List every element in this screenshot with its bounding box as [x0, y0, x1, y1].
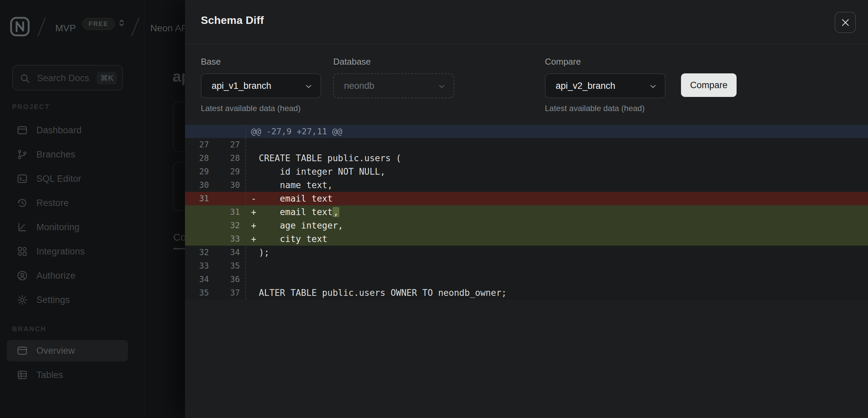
- diff-hunk-header: @@ -27,9 +27,11 @@: [185, 125, 868, 138]
- old-line-number: 35: [185, 286, 209, 300]
- base-branch-value: api_v1_branch: [212, 81, 271, 91]
- compare-button[interactable]: Compare: [681, 73, 737, 97]
- diff-marker: -: [251, 192, 256, 205]
- diff-marker: +: [251, 232, 256, 246]
- new-line-number: 34: [216, 246, 240, 259]
- diff-code-text: age integer,: [259, 219, 343, 232]
- new-line-number: 33: [216, 232, 240, 246]
- old-line-number: 34: [185, 273, 209, 286]
- modal-backdrop[interactable]: [0, 0, 185, 418]
- old-line-number: 27: [185, 138, 209, 151]
- diff-row-added: 32+ age integer,: [185, 219, 868, 232]
- diff-row-context: 3436: [185, 273, 868, 286]
- new-line-number: 37: [216, 286, 240, 300]
- close-button[interactable]: [835, 12, 856, 33]
- database-select[interactable]: neondb: [333, 73, 454, 98]
- schema-diff-viewer: @@ -27,9 +27,11 @@27272828CREATE TABLE p…: [185, 125, 868, 300]
- diff-row-context: 2929 id integer NOT NULL,: [185, 165, 868, 178]
- diff-row-added: 31+ email text,: [185, 205, 868, 219]
- compare-branch-select[interactable]: api_v2_branch: [545, 73, 665, 98]
- base-branch-select[interactable]: api_v1_branch: [201, 73, 321, 98]
- app-underlay: MVP FREE Neon AP Search Docs ⌘K PROJECT …: [0, 0, 185, 418]
- word-diff-highlight: ,: [333, 207, 339, 217]
- app-root: MVP FREE Neon AP Search Docs ⌘K PROJECT …: [0, 0, 868, 418]
- old-line-number: 33: [185, 259, 209, 273]
- diff-code-text: ALTER TABLE public.users OWNER TO neondb…: [259, 286, 507, 300]
- diff-row-context: 3234);: [185, 246, 868, 259]
- diff-gutter-divider: [245, 125, 246, 300]
- diff-code-text: city text: [259, 232, 328, 246]
- diff-row-removed: 31- email text: [185, 192, 868, 205]
- diff-marker: +: [251, 205, 256, 219]
- compare-label: Compare: [545, 57, 581, 67]
- new-line-number: 28: [216, 151, 240, 165]
- diff-code-text: id integer NOT NULL,: [259, 165, 385, 178]
- base-label: Base: [201, 57, 221, 67]
- diff-row-context: 3537ALTER TABLE public.users OWNER TO ne…: [185, 286, 868, 300]
- chevron-down-icon: [437, 82, 446, 91]
- compare-branch-value: api_v2_branch: [556, 81, 615, 91]
- modal-title: Schema Diff: [201, 14, 264, 27]
- new-line-number: 32: [216, 219, 240, 232]
- old-line-number: 28: [185, 151, 209, 165]
- diff-row-context: 3030 name text,: [185, 178, 868, 192]
- database-label: Database: [333, 57, 371, 67]
- old-line-number: 32: [185, 246, 209, 259]
- new-line-number: 30: [216, 178, 240, 192]
- new-line-number: 31: [216, 205, 240, 219]
- old-line-number: 31: [185, 192, 209, 205]
- chevron-down-icon: [304, 82, 313, 91]
- chevron-down-icon: [649, 82, 657, 91]
- diff-code-text: CREATE TABLE public.users (: [259, 151, 401, 165]
- diff-row-context: 3335: [185, 259, 868, 273]
- diff-row-added: 33+ city text: [185, 232, 868, 246]
- diff-code-text: name text,: [259, 178, 333, 192]
- old-line-number: 29: [185, 165, 209, 178]
- new-line-number: 27: [216, 138, 240, 151]
- diff-code-text: email text: [259, 192, 333, 205]
- diff-marker: +: [251, 219, 256, 232]
- new-line-number: 36: [216, 273, 240, 286]
- database-value: neondb: [344, 81, 374, 91]
- diff-code-text: email text,: [259, 205, 339, 219]
- diff-row-context: 2727: [185, 138, 868, 151]
- base-caption: Latest available data (head): [201, 104, 301, 113]
- modal-header-divider: [185, 44, 868, 44]
- schema-diff-modal: Schema Diff Base Database Compare api_v1…: [185, 0, 868, 418]
- new-line-number: 29: [216, 165, 240, 178]
- diff-code-text: );: [259, 246, 269, 259]
- close-icon: [840, 18, 850, 28]
- compare-caption: Latest available data (head): [545, 104, 645, 113]
- diff-hunk-text: @@ -27,9 +27,11 @@: [251, 125, 342, 138]
- new-line-number: 35: [216, 259, 240, 273]
- diff-row-context: 2828CREATE TABLE public.users (: [185, 151, 868, 165]
- old-line-number: 30: [185, 178, 209, 192]
